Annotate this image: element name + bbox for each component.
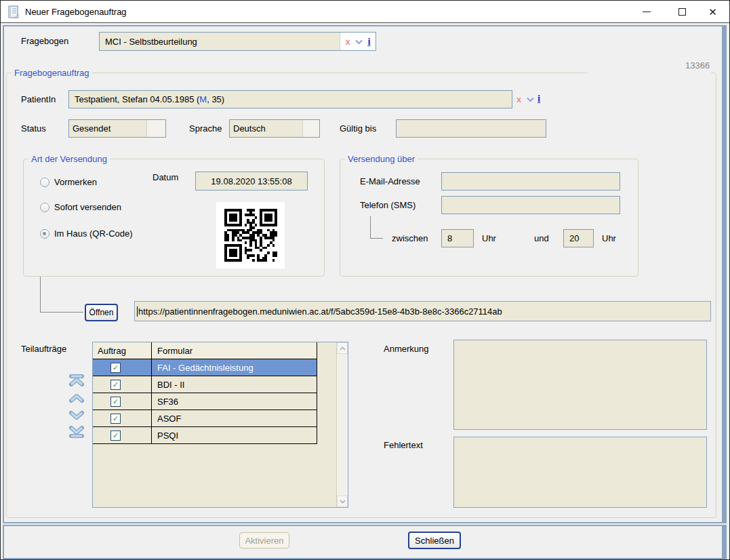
window-title: Neuer Fragebogenauftrag: [25, 7, 127, 17]
chevron-down-icon[interactable]: [355, 35, 363, 47]
patient-name: Testpatient, Stefan 04.05.1985 (: [75, 94, 199, 104]
teilauftraege-table: Auftrag Formular ✓ FAI - Gedächtnisleist…: [92, 342, 348, 508]
patient-age-suffix: , 35): [207, 94, 224, 104]
radio-vormerken-label[interactable]: Vormerken: [54, 177, 97, 187]
gueltig-bis-label: Gültig bis: [340, 123, 376, 134]
schliessen-button[interactable]: Schließen: [408, 532, 461, 549]
status-value: Gesendet: [69, 120, 146, 137]
telefon-field[interactable]: [441, 196, 620, 214]
move-to-top-icon[interactable]: [68, 374, 85, 386]
check-icon: ✓: [113, 381, 119, 388]
formular-cell[interactable]: ASOF: [152, 410, 317, 426]
link-connector-vertical: [40, 277, 41, 313]
check-icon: ✓: [113, 432, 119, 439]
fehlertext-textarea[interactable]: [453, 437, 707, 508]
formular-cell[interactable]: SF36: [152, 393, 317, 409]
und-label: und: [534, 233, 549, 243]
checkbox[interactable]: ✓: [110, 414, 121, 424]
zeitfenster-connector-vertical: [370, 216, 371, 239]
email-field[interactable]: [441, 172, 620, 191]
minimize-button[interactable]: [631, 1, 662, 23]
radio-vormerken[interactable]: [40, 178, 49, 187]
table-row[interactable]: ✓ FAI - Gedächtnisleistung: [93, 359, 317, 376]
clear-icon[interactable]: x: [345, 37, 350, 47]
patient-chevron-down-icon[interactable]: [527, 97, 534, 102]
zwischen-label: zwischen: [392, 233, 428, 243]
radio-im-haus-qr[interactable]: [40, 229, 49, 239]
von-uhr-field[interactable]: 8: [441, 229, 474, 247]
group-border-gap: [588, 71, 711, 74]
fragebogen-label: Fragebogen: [21, 36, 68, 46]
url-text: https://patientinnenfragebogen.meduniwie…: [138, 306, 502, 317]
column-header-auftrag: Auftrag: [93, 342, 152, 359]
table-grid: Auftrag Formular ✓ FAI - Gedächtnisleist…: [93, 342, 317, 444]
qr-code: [216, 202, 285, 268]
patient-field[interactable]: Testpatient, Stefan 04.05.1985 (M, 35): [68, 90, 512, 108]
gueltig-bis-field[interactable]: [396, 119, 546, 138]
checkbox[interactable]: ✓: [110, 380, 121, 390]
telefon-label: Telefon (SMS): [360, 200, 415, 210]
check-icon: ✓: [113, 398, 119, 405]
move-to-bottom-icon[interactable]: [68, 426, 85, 438]
fragebogenauftrag-group-title: Fragebogenauftrag: [12, 68, 92, 78]
status-combobox[interactable]: Gesendet: [68, 119, 166, 138]
close-icon: ✕: [708, 7, 717, 17]
aktivieren-button[interactable]: Aktivieren: [239, 532, 289, 548]
datum-field[interactable]: 19.08.2020 13:55:08: [195, 172, 308, 191]
scroll-up-button[interactable]: [337, 342, 348, 354]
fragebogen-value[interactable]: MCI - Selbstbeurteilung: [100, 33, 340, 50]
sprache-label: Sprache: [189, 123, 222, 134]
move-up-icon[interactable]: [68, 392, 85, 404]
patient-gender: M: [199, 94, 207, 104]
notepad-icon: [8, 5, 20, 19]
column-header-formular: Formular: [152, 342, 317, 359]
radio-im-haus-qr-label[interactable]: Im Haus (QR-Code): [54, 228, 133, 239]
titlebar: Neuer Fragebogenauftrag ✕: [1, 1, 729, 23]
table-row[interactable]: ✓ ASOF: [93, 410, 317, 427]
checkbox[interactable]: ✓: [110, 363, 121, 373]
teilauftraege-label: Teilaufträge: [21, 344, 66, 354]
table-row[interactable]: ✓ BDI - II: [93, 376, 317, 393]
dialog-window: Neuer Fragebogenauftrag ✕ Fragebogen MCI…: [0, 0, 730, 560]
formular-cell[interactable]: BDI - II: [152, 376, 317, 393]
formular-cell[interactable]: PSQI: [152, 427, 317, 443]
table-header-row: Auftrag Formular: [93, 342, 317, 359]
versandart-group-title: Art der Versendung: [28, 154, 110, 164]
radio-sofort-versenden[interactable]: [40, 203, 49, 212]
sprache-combobox[interactable]: Deutsch: [229, 119, 320, 138]
bis-uhr-field[interactable]: 20: [563, 229, 594, 247]
fragebogen-combobox[interactable]: MCI - Selbstbeurteilung x i: [99, 32, 376, 51]
maximize-button[interactable]: [667, 1, 697, 23]
uhr-label-1: Uhr: [482, 233, 496, 243]
scroll-down-button[interactable]: [337, 496, 348, 507]
radio-sofort-versenden-label[interactable]: Sofort versenden: [54, 202, 121, 212]
table-scrollbar[interactable]: [336, 342, 348, 507]
info-icon[interactable]: i: [367, 36, 370, 47]
patient-info-icon[interactable]: i: [538, 93, 540, 104]
footer-panel: [3, 525, 727, 559]
patient-clear-icon[interactable]: x: [516, 94, 521, 104]
sprache-value: Deutsch: [230, 120, 302, 137]
move-down-icon[interactable]: [68, 409, 85, 421]
table-row[interactable]: ✓ PSQI: [93, 427, 317, 444]
zeitfenster-connector-horizontal: [370, 238, 383, 239]
fehlertext-label: Fehlertext: [384, 440, 423, 450]
auftrag-number: 13366: [683, 60, 712, 71]
table-row[interactable]: ✓ SF36: [93, 393, 317, 410]
oeffnen-button[interactable]: Öffnen: [85, 304, 118, 321]
check-icon: ✓: [113, 415, 119, 422]
status-label: Status: [21, 123, 46, 134]
checkbox[interactable]: ✓: [110, 397, 121, 407]
formular-cell[interactable]: FAI - Gedächtnisleistung: [152, 359, 317, 376]
status-dropdown-area[interactable]: [146, 120, 165, 137]
versendung-group-title: Versendung über: [345, 154, 418, 164]
anmerkung-label: Anmerkung: [384, 344, 428, 354]
sprache-dropdown-area[interactable]: [302, 120, 319, 137]
url-field[interactable]: https://patientinnenfragebogen.meduniwie…: [134, 301, 711, 321]
uhr-label-2: Uhr: [602, 233, 616, 243]
anmerkung-textarea[interactable]: [453, 340, 707, 430]
minimize-icon: [643, 12, 651, 13]
maximize-icon: [678, 8, 686, 16]
close-button[interactable]: ✕: [697, 1, 728, 23]
checkbox[interactable]: ✓: [110, 431, 121, 441]
